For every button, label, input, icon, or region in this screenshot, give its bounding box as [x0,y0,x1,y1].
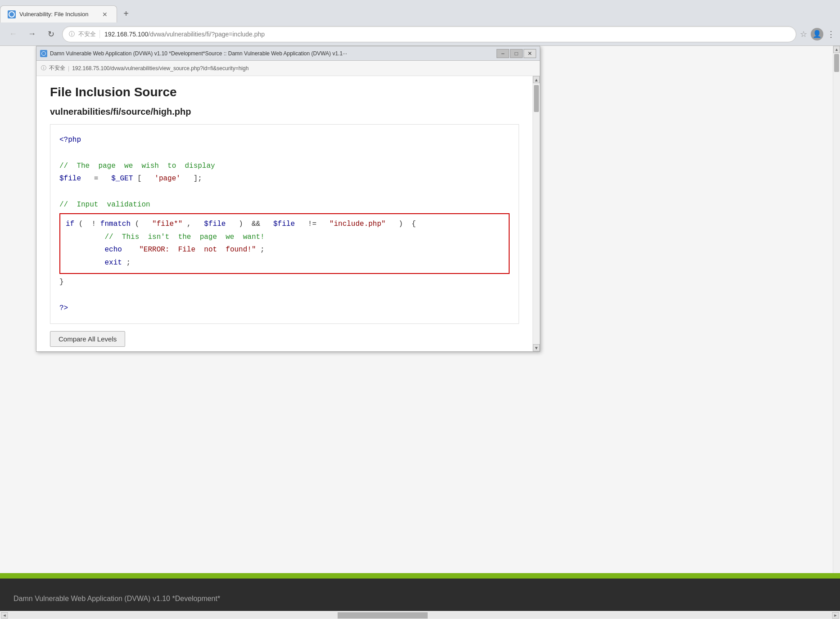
code-line-blank-2 [59,185,510,198]
h-scroll-thumb[interactable] [338,612,428,619]
popup-scroll-track [533,83,540,344]
popup-security-label: 不安全 [49,64,65,72]
account-icon[interactable]: 👤 [811,28,823,40]
tab-favicon [8,10,16,18]
popup-favicon [40,50,47,57]
popup-maximize-button[interactable]: □ [510,49,523,58]
address-text: 192.168.75.100/dvwa/vulnerabilities/fi/?… [104,31,790,38]
new-tab-button[interactable]: + [119,6,133,21]
refresh-button[interactable]: ↻ [43,27,59,42]
code-line-inner-comment: // This isn't the page we want! [66,231,503,244]
page-title: File Inclusion Source [50,85,519,99]
scroll-right-button[interactable]: ► [832,612,839,619]
tab-close-button[interactable]: ✕ [100,10,109,19]
main-scroll-track [833,53,840,604]
main-scroll-thumb[interactable] [834,54,839,72]
forward-button[interactable]: → [24,27,40,42]
active-tab[interactable]: Vulnerability: File Inclusion ✕ [0,5,117,22]
menu-icon[interactable]: ⋮ [827,29,835,39]
popup-body: File Inclusion Source vulnerabilities/fi… [36,76,540,351]
security-icon: ⓘ [69,30,75,38]
file-path-heading: vulnerabilities/fi/source/high.php [50,107,519,117]
popup-address-text: 192.168.75.100/dvwa/vulnerabilities/view… [72,65,248,72]
code-line-if: if ( ! fnmatch ( "file*" , $file ) && $f… [66,218,503,231]
popup-titlebar: Damn Vulnerable Web Application (DVWA) v… [36,46,540,61]
popup-minimize-button[interactable]: – [497,49,509,58]
popup-address-bar: ⓘ 不安全 | 192.168.75.100/dvwa/vulnerabilit… [36,61,540,76]
popup-controls: – □ ✕ [497,49,536,58]
code-line-get: $file = $_GET [ 'page' ]; [59,172,510,185]
code-block: <?php // The page we wish to display $fi… [50,124,519,324]
compare-button-container: Compare All Levels [50,331,519,347]
browser-window: Vulnerability: File Inclusion ✕ + ← → ↻ … [0,0,840,619]
popup-title: Damn Vulnerable Web Application (DVWA) v… [50,50,494,57]
code-line-comment-1: // The page we wish to display [59,160,510,173]
bottom-scrollbar: ◄ ► [0,611,840,619]
address-bar-row: ← → ↻ ⓘ 不安全 192.168.75.100/dvwa/vulnerab… [0,22,840,46]
code-line-comment-2: // Input validation [59,198,510,211]
green-accent-strip [0,573,840,579]
main-area: Damn Vulnerable Web Application (DVWA) v… [0,46,840,619]
scroll-left-button[interactable]: ◄ [1,612,8,619]
code-line-blank-1 [59,147,510,160]
bookmark-icon[interactable]: ☆ [800,29,807,39]
popup-window: Damn Vulnerable Web Application (DVWA) v… [36,46,540,352]
popup-security-icon: ⓘ [41,64,46,72]
popup-scrollbar: ▲ ▼ [533,76,540,351]
code-line-blank-3 [59,289,510,302]
code-line-end-tag: ?> [59,302,510,315]
footer-text: Damn Vulnerable Web Application (DVWA) v… [14,595,220,603]
code-line-echo: echo "ERROR: File not found!" ; [66,243,503,256]
main-scrollbar: ▲ ▼ [833,46,840,611]
popup-scroll-thumb[interactable] [534,85,539,112]
code-line-1: <?php [59,134,510,147]
popup-scroll-up-button[interactable]: ▲ [533,76,540,83]
popup-content: File Inclusion Source vulnerabilities/fi… [36,76,533,351]
code-line-exit: exit ; [66,256,503,269]
code-highlight-block: if ( ! fnmatch ( "file*" , $file ) && $f… [59,213,510,274]
address-bar[interactable]: ⓘ 不安全 192.168.75.100/dvwa/vulnerabilitie… [62,26,796,42]
popup-close-button[interactable]: ✕ [524,49,536,58]
h-scroll-track [9,612,831,619]
back-button[interactable]: ← [5,27,21,42]
compare-all-levels-button[interactable]: Compare All Levels [50,331,125,347]
tab-title: Vulnerability: File Inclusion [19,11,97,18]
main-scroll-up-button[interactable]: ▲ [833,46,840,53]
popup-scroll-down-button[interactable]: ▼ [533,344,540,351]
tab-bar: Vulnerability: File Inclusion ✕ + [0,0,840,22]
security-label: 不安全 [78,30,100,38]
code-line-close-brace: } [59,276,510,289]
